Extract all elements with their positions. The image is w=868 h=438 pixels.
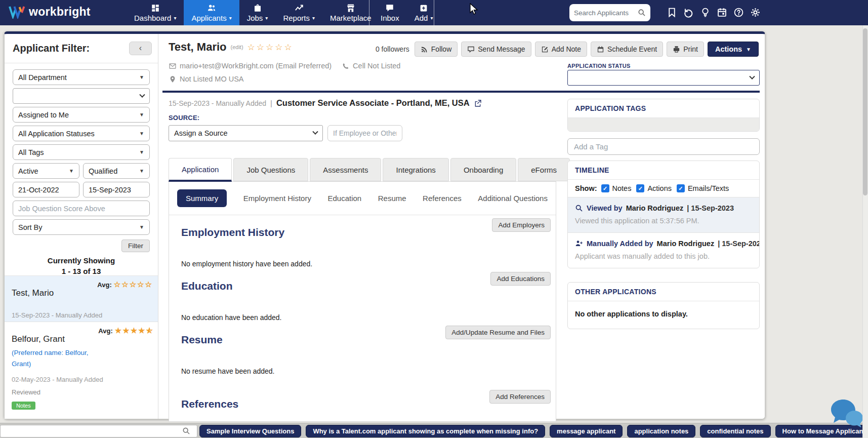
application-status-select[interactable] — [567, 70, 760, 86]
applicant-status: Reviewed — [12, 388, 151, 396]
nav-reports[interactable]: Reports▾ — [275, 0, 322, 25]
assign-source-select[interactable]: Assign a Source — [169, 125, 323, 141]
tab-job-questions[interactable]: Job Questions — [233, 158, 308, 181]
emails-texts-checkbox-label: Emails/Texts — [688, 184, 729, 192]
search-applicants-input[interactable] — [574, 9, 638, 17]
tab-assessments[interactable]: Assessments — [310, 158, 381, 181]
help-confidential-notes[interactable]: confidential notes — [700, 425, 770, 437]
subtab-education[interactable]: Education — [327, 194, 361, 203]
rating-stars-empty[interactable]: ☆☆☆☆☆ — [114, 280, 153, 289]
chat-icon — [467, 46, 475, 53]
add-employers-button[interactable]: Add Employers — [492, 218, 551, 232]
preferred-name-link[interactable]: (Preferred name: Belfour, Grant) — [12, 347, 100, 369]
applicant-row-belfour-grant[interactable]: Avg: ★★★★★☆ Belfour, Grant (Preferred na… — [5, 322, 158, 419]
collapse-panel-button[interactable]: ‹ — [129, 42, 152, 55]
follow-button[interactable]: Follow — [415, 42, 458, 57]
filter-button[interactable]: Filter — [121, 240, 150, 252]
resume-section: Add/Update Resume and Files Resume No re… — [169, 323, 556, 387]
subtab-references[interactable]: References — [423, 194, 462, 203]
bookmark-icon[interactable] — [667, 7, 677, 18]
section-title: Education — [181, 280, 233, 292]
subtab-summary[interactable]: Summary — [177, 189, 227, 207]
applicant-name[interactable]: Belfour, Grant — [12, 334, 151, 344]
help-talent-article[interactable]: Why is a Talent.com applicant showing as… — [306, 425, 545, 437]
tab-application[interactable]: Application — [169, 158, 232, 182]
search-icon[interactable] — [182, 427, 190, 435]
tab-eforms[interactable]: eForms — [518, 158, 570, 181]
job-question-score-input[interactable] — [13, 201, 150, 216]
nav-add[interactable]: Add▾ — [407, 0, 441, 25]
help-icon[interactable] — [733, 7, 744, 18]
nav-inbox[interactable]: Inbox — [373, 0, 407, 25]
chevron-down-icon — [312, 129, 318, 135]
workbright-logo[interactable]: workbright — [8, 5, 91, 19]
marketplace-icon — [346, 4, 356, 13]
notes-checkbox[interactable]: ✓ — [601, 184, 609, 192]
source-other-input[interactable] — [327, 125, 402, 141]
application-status-filter-select[interactable]: All Application Statuses▼ — [13, 126, 150, 141]
nav-divider — [369, 0, 369, 25]
subtab-additional-questions[interactable]: Additional Questions — [478, 194, 548, 203]
sort-by-select[interactable]: Sort By▼ — [13, 219, 150, 235]
nav-marketplace[interactable]: Marketplace — [322, 0, 379, 25]
date-from-input[interactable] — [13, 182, 79, 197]
add-references-button[interactable]: Add References — [489, 390, 551, 404]
gear-icon[interactable] — [750, 7, 761, 18]
job-select[interactable] — [13, 88, 150, 104]
showing-range: 1 - 13 of 13 — [5, 266, 158, 276]
print-button[interactable]: Print — [667, 42, 704, 57]
applicants-icon — [206, 4, 217, 13]
emails-texts-checkbox[interactable]: ✓ — [677, 184, 685, 192]
chat-widget-icon[interactable] — [828, 397, 864, 430]
calendar-icon[interactable] — [717, 7, 727, 18]
search-icon[interactable] — [638, 9, 646, 17]
rating-stars-empty[interactable]: ☆☆☆☆☆ — [247, 42, 294, 53]
email-value: mario+test@WorkBright.com (Email Preferr… — [169, 62, 332, 70]
schedule-event-button[interactable]: Schedule Event — [591, 42, 663, 57]
lightbulb-icon[interactable] — [700, 7, 711, 18]
nav-jobs[interactable]: Jobs▾ — [239, 0, 276, 25]
actions-checkbox[interactable]: ✓ — [636, 184, 644, 192]
page-scrollbar[interactable] — [862, 25, 868, 438]
applied-date: 15-Sep-2023 - Manually Added — [169, 99, 266, 107]
applicant-row-test-mario[interactable]: Avg: ☆☆☆☆☆ Test, Mario 15-Sep-2023 - Man… — [5, 276, 158, 322]
tags-select[interactable]: All Tags▼ — [13, 144, 150, 160]
tab-integrations[interactable]: Integrations — [383, 158, 448, 181]
applicant-name[interactable]: Test, Mario — [12, 288, 151, 298]
timeline-action: Manually Added by — [587, 240, 653, 248]
send-message-button[interactable]: Send Message — [461, 42, 531, 57]
add-resume-button[interactable]: Add/Update Resume and Files — [445, 326, 551, 339]
qualified-select[interactable]: Qualified▼ — [83, 163, 150, 179]
caret-down-icon: ▾ — [229, 16, 232, 21]
assigned-select[interactable]: Assigned to Me▼ — [13, 107, 150, 123]
rating-stars-4-half[interactable]: ★★★★★☆ — [115, 326, 153, 335]
subtab-resume[interactable]: Resume — [378, 194, 406, 203]
external-link-icon[interactable] — [474, 99, 482, 107]
tab-onboarding[interactable]: Onboarding — [450, 158, 516, 181]
showing-title: Currently Showing — [5, 255, 158, 266]
caret-down-icon: ▾ — [430, 16, 433, 21]
location-row: Not Listed MO USA — [169, 75, 244, 83]
add-educations-button[interactable]: Add Educations — [490, 272, 551, 286]
nav-dashboard[interactable]: Dashboard▾ — [127, 0, 184, 25]
application-tags-card: APPLICATION TAGS — [567, 99, 760, 132]
subtab-employment-history[interactable]: Employment History — [243, 194, 311, 203]
date-to-input[interactable] — [83, 182, 150, 197]
phone-value: Cell Not Listed — [342, 62, 400, 70]
add-note-button[interactable]: Add Note — [535, 42, 587, 57]
footer-search-input[interactable] — [0, 425, 197, 437]
section-title: Resume — [181, 334, 223, 346]
department-select[interactable]: All Department▼ — [13, 69, 150, 85]
edit-name-link[interactable]: (edit) — [231, 44, 243, 50]
add-tag-input[interactable] — [567, 138, 760, 155]
help-sample-interview-questions[interactable]: Sample Interview Questions — [199, 425, 301, 437]
notes-checkbox-label: Notes — [612, 184, 632, 192]
actions-button[interactable]: Actions▼ — [708, 42, 759, 57]
caret-down-icon: ▼ — [139, 131, 144, 136]
scrollbar-thumb[interactable] — [863, 28, 867, 195]
active-select[interactable]: Active▼ — [13, 163, 79, 179]
help-application-notes[interactable]: application notes — [627, 425, 695, 437]
nav-applicants[interactable]: Applicants▾ — [184, 0, 239, 25]
history-icon[interactable] — [683, 7, 694, 18]
help-message-applicant[interactable]: message applicant — [550, 425, 623, 437]
